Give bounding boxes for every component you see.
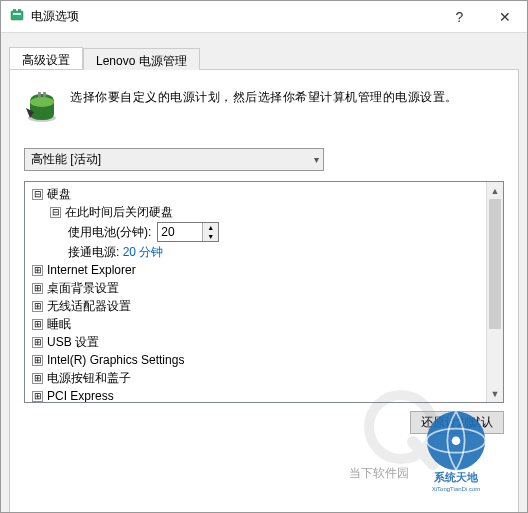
battery-icon — [24, 88, 60, 124]
close-button[interactable]: ✕ — [482, 1, 527, 33]
tree-node-on-battery[interactable]: 使用电池(分钟): ▲ ▼ — [28, 221, 503, 243]
plugged-in-value[interactable]: 20 分钟 — [123, 244, 164, 261]
tree-node-power-button-lid[interactable]: ⊞ 电源按钮和盖子 — [28, 369, 503, 387]
expand-icon[interactable]: ⊞ — [32, 355, 43, 366]
settings-tree[interactable]: ⊟ 硬盘 ⊟ 在此时间后关闭硬盘 使用电池(分钟): ▲ ▼ 接通电源: — [24, 181, 504, 403]
tree-node-pci-express[interactable]: ⊞ PCI Express — [28, 387, 503, 403]
tree-node-ie[interactable]: ⊞ Internet Explorer — [28, 261, 503, 279]
tree-node-hard-disk[interactable]: ⊟ 硬盘 — [28, 185, 503, 203]
vertical-scrollbar[interactable]: ▲ ▼ — [486, 182, 503, 402]
svg-rect-1 — [18, 9, 21, 11]
help-button[interactable]: ? — [437, 1, 482, 33]
restore-defaults-button[interactable]: 还原计划默认 — [410, 411, 504, 434]
window-title: 电源选项 — [31, 8, 437, 25]
intro-text: 选择你要自定义的电源计划，然后选择你希望计算机管理的电源设置。 — [70, 88, 458, 107]
chevron-down-icon: ▾ — [314, 154, 319, 165]
expand-icon[interactable]: ⊞ — [32, 319, 43, 330]
scroll-up-icon[interactable]: ▲ — [487, 182, 503, 199]
svg-point-5 — [30, 97, 54, 107]
expand-icon[interactable]: ⊞ — [32, 391, 43, 402]
tree-node-wireless[interactable]: ⊞ 无线适配器设置 — [28, 297, 503, 315]
on-battery-spinner[interactable]: ▲ ▼ — [157, 222, 219, 242]
collapse-icon[interactable]: ⊟ — [32, 189, 43, 200]
spin-up-icon[interactable]: ▲ — [203, 223, 218, 232]
titlebar: 电源选项 ? ✕ — [1, 1, 527, 33]
tab-strip: 高级设置 Lenovo 电源管理 — [1, 33, 527, 70]
tree-node-intel-graphics[interactable]: ⊞ Intel(R) Graphics Settings — [28, 351, 503, 369]
expand-icon[interactable]: ⊞ — [32, 265, 43, 276]
svg-rect-2 — [11, 11, 23, 20]
tab-lenovo-power[interactable]: Lenovo 电源管理 — [83, 48, 200, 70]
collapse-icon[interactable]: ⊟ — [50, 207, 61, 218]
tree-node-plugged-in[interactable]: 接通电源: 20 分钟 — [28, 243, 503, 261]
app-icon — [9, 7, 25, 26]
svg-rect-6 — [38, 92, 41, 97]
on-battery-input[interactable] — [158, 223, 202, 241]
scroll-thumb[interactable] — [489, 199, 501, 329]
svg-rect-0 — [13, 9, 16, 11]
svg-rect-7 — [43, 92, 46, 97]
tree-node-desktop-background[interactable]: ⊞ 桌面背景设置 — [28, 279, 503, 297]
spin-down-icon[interactable]: ▼ — [203, 232, 218, 241]
expand-icon[interactable]: ⊞ — [32, 283, 43, 294]
tab-page-advanced: 选择你要自定义的电源计划，然后选择你希望计算机管理的电源设置。 高性能 [活动]… — [9, 69, 519, 513]
plan-combo-row: 高性能 [活动] ▾ — [24, 148, 504, 171]
tree-node-sleep[interactable]: ⊞ 睡眠 — [28, 315, 503, 333]
tab-advanced-settings[interactable]: 高级设置 — [9, 47, 83, 69]
expand-icon[interactable]: ⊞ — [32, 337, 43, 348]
intro-row: 选择你要自定义的电源计划，然后选择你希望计算机管理的电源设置。 — [24, 88, 504, 124]
power-plan-selected: 高性能 [活动] — [31, 151, 101, 168]
expand-icon[interactable]: ⊞ — [32, 373, 43, 384]
power-plan-combo[interactable]: 高性能 [活动] ▾ — [24, 148, 324, 171]
tree-node-turn-off-hdd-after[interactable]: ⊟ 在此时间后关闭硬盘 — [28, 203, 503, 221]
svg-rect-3 — [13, 13, 21, 15]
scroll-down-icon[interactable]: ▼ — [487, 385, 503, 402]
expand-icon[interactable]: ⊞ — [32, 301, 43, 312]
tree-node-usb[interactable]: ⊞ USB 设置 — [28, 333, 503, 351]
